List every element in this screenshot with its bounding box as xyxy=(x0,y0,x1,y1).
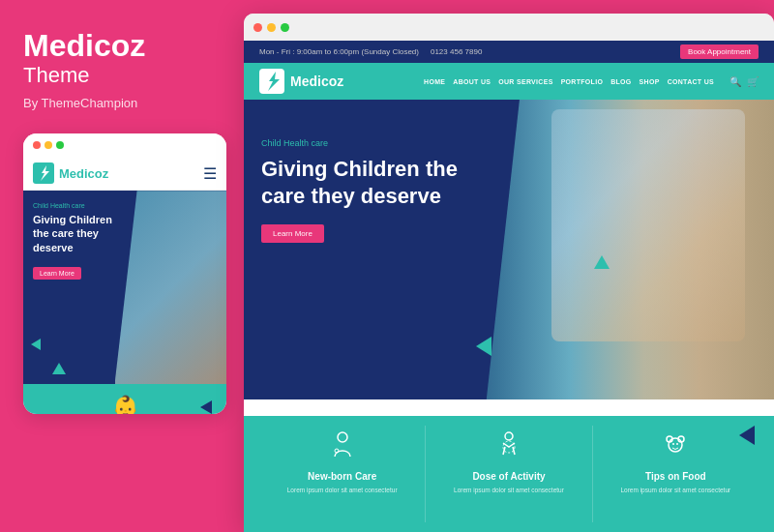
newborn-icon xyxy=(327,429,358,465)
browser-mockup: Mon - Fri : 9:00am to 6:00pm (Sunday Clo… xyxy=(244,14,774,532)
site-logo-text: Medicoz xyxy=(290,74,343,89)
card-food: Tips on Food Lorem ipsum dolor sit amet … xyxy=(593,426,759,522)
brand-by: By ThemeChampion xyxy=(23,96,217,110)
activity-icon xyxy=(493,429,524,465)
mobile-hero-btn[interactable]: Learn More xyxy=(33,267,81,280)
hero-content: Child Health care Giving Children the ca… xyxy=(261,138,474,243)
nav-about[interactable]: ABOUT US xyxy=(453,78,491,85)
mobile-dot-yellow xyxy=(45,141,52,149)
mobile-hero-subtitle: Child Health care xyxy=(33,202,130,209)
card-activity: Dose of Activity Lorem ipsum dolor sit a… xyxy=(426,426,592,522)
food-icon xyxy=(660,429,691,465)
svg-point-6 xyxy=(505,432,513,440)
mobile-hero-content: Child Health care Giving Children the ca… xyxy=(33,202,130,280)
mobile-triangle-2 xyxy=(52,363,66,374)
mobile-menu-icon[interactable]: ☰ xyxy=(203,164,217,183)
mobile-triangle-1 xyxy=(31,339,41,350)
nav-portfolio[interactable]: PORTFOLIO xyxy=(561,78,604,85)
mobile-bottom-triangle xyxy=(200,400,212,414)
browser-topbar xyxy=(244,14,774,41)
mobile-logo-text: Medicoz xyxy=(59,166,108,181)
info-hours: Mon - Fri : 9:00am to 6:00pm (Sunday Clo… xyxy=(259,47,419,56)
svg-point-4 xyxy=(338,432,347,442)
nav-blog[interactable]: BLOG xyxy=(610,78,631,85)
browser-dot-red xyxy=(253,23,262,32)
card-food-title: Tips on Food xyxy=(645,471,706,482)
left-panel: Medicoz Theme By ThemeChampion Medicoz ☰ xyxy=(0,0,240,532)
mobile-bottom-strip: 👶 xyxy=(23,384,226,414)
mobile-hero-title: Giving Children the care they deserve xyxy=(33,213,130,254)
nav-shop[interactable]: SHOP xyxy=(640,78,660,85)
mobile-logo-icon xyxy=(33,163,54,184)
search-icon[interactable]: 🔍 xyxy=(729,76,741,87)
brand-subtitle: Theme xyxy=(23,63,217,88)
mobile-logo-area: Medicoz xyxy=(33,163,108,184)
hero-subtitle: Child Health care xyxy=(261,138,474,148)
card-activity-title: Dose of Activity xyxy=(472,471,545,482)
hero-triangle-2 xyxy=(594,255,610,269)
cart-icon[interactable]: 🛒 xyxy=(747,76,759,87)
browser-content: Mon - Fri : 9:00am to 6:00pm (Sunday Clo… xyxy=(244,41,774,532)
site-hero: Child Health care Giving Children the ca… xyxy=(244,100,774,399)
svg-point-12 xyxy=(676,443,678,445)
nav-links: HOME ABOUT US OUR SERVICES PORTFOLIO BLO… xyxy=(424,78,714,85)
cards-triangle xyxy=(739,426,755,445)
mobile-topbar xyxy=(23,133,226,157)
nav-home[interactable]: HOME xyxy=(424,78,445,85)
site-info-left: Mon - Fri : 9:00am to 6:00pm (Sunday Clo… xyxy=(259,47,482,56)
card-activity-text: Lorem ipsum dolor sit amet consectetur xyxy=(454,486,564,494)
mobile-hero: Child Health care Giving Children the ca… xyxy=(23,191,226,384)
card-newborn-title: New-born Care xyxy=(308,471,376,482)
mobile-mockup: Medicoz ☰ Child Health care Giving Child… xyxy=(23,133,226,414)
site-logo-icon xyxy=(259,69,284,94)
mobile-dot-green xyxy=(56,141,64,149)
site-logo-area: Medicoz xyxy=(259,69,343,94)
nav-services[interactable]: OUR SERVICES xyxy=(498,78,552,85)
mobile-dot-red xyxy=(33,141,41,149)
mobile-dots xyxy=(33,141,64,149)
hero-learn-more-button[interactable]: Learn More xyxy=(261,224,324,243)
site-info-bar: Mon - Fri : 9:00am to 6:00pm (Sunday Clo… xyxy=(244,41,774,63)
browser-dot-green xyxy=(281,23,289,32)
mobile-nav: Medicoz ☰ xyxy=(23,157,226,191)
book-appointment-button[interactable]: Book Appointment xyxy=(680,44,759,59)
hero-title: Giving Children the care they deserve xyxy=(261,156,474,209)
brand-title: Medicoz xyxy=(23,29,217,63)
nav-contact[interactable]: CONTACT US xyxy=(668,78,714,85)
hero-triangle-1 xyxy=(476,337,491,356)
site-cards: New-born Care Lorem ipsum dolor sit amet… xyxy=(244,416,774,532)
card-newborn-text: Lorem ipsum dolor sit amet consectetur xyxy=(287,486,398,494)
svg-point-11 xyxy=(672,443,674,445)
nav-icons: 🔍 🛒 xyxy=(729,76,759,87)
card-food-text: Lorem ipsum dolor sit amet consectetur xyxy=(620,486,730,494)
card-newborn: New-born Care Lorem ipsum dolor sit amet… xyxy=(259,426,426,522)
site-nav: Medicoz HOME ABOUT US OUR SERVICES PORTF… xyxy=(244,63,774,100)
baby-icon: 👶 xyxy=(112,395,138,414)
browser-dot-yellow xyxy=(267,23,276,32)
info-phone: 0123 456 7890 xyxy=(431,47,482,56)
